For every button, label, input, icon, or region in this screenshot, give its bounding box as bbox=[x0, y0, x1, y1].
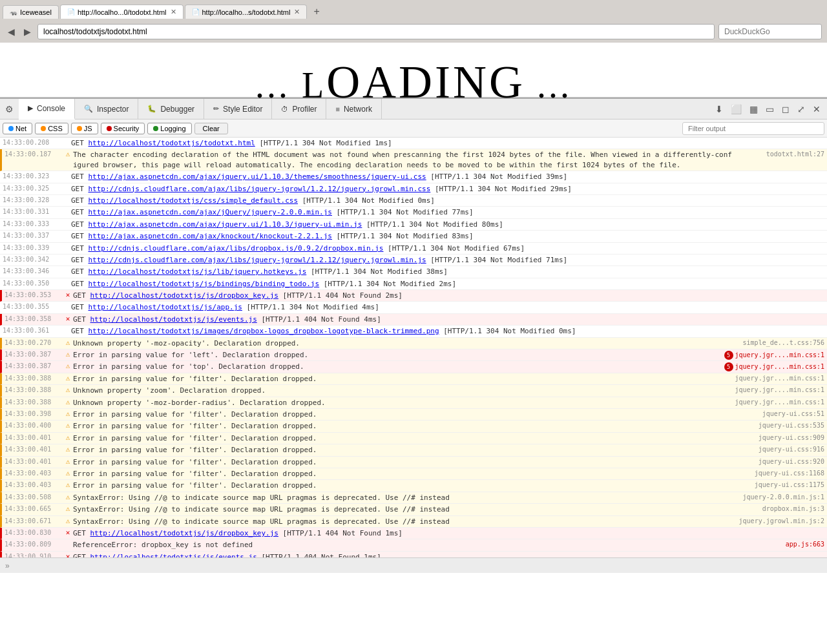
row-link[interactable]: http://localhost/todotxtjs/js/bindings/b… bbox=[89, 280, 320, 288]
row-link[interactable]: http://ajax.aspnetcdn.com/ajax/jquery.ui… bbox=[89, 172, 426, 181]
row-message: The character encoding declaration of th… bbox=[73, 150, 734, 170]
devtools-dock-btn[interactable]: ⬇ bbox=[713, 103, 726, 116]
row-timestamp: 14:33:00.337 bbox=[3, 231, 61, 239]
filter-logging-btn[interactable]: Logging bbox=[147, 123, 191, 134]
row-link[interactable]: http://ajax.aspnetcdn.com/ajax/jquery.ui… bbox=[89, 220, 362, 229]
row-message: Error in parsing value for 'top'. Declar… bbox=[73, 362, 724, 371]
row-timestamp: 14:33:00.398 bbox=[5, 410, 63, 417]
console-row: 14:33:00.401⚠Error in parsing value for … bbox=[0, 457, 827, 468]
devtools-expand-btn[interactable]: ⤢ bbox=[795, 103, 808, 116]
row-link[interactable]: http://localhost/todotxtjs/js/events.js bbox=[90, 315, 257, 324]
row-message: GET http://ajax.aspnetcdn.com/ajax/jquer… bbox=[71, 172, 734, 182]
console-row: 14:33:00.403⚠Error in parsing value for … bbox=[0, 468, 827, 480]
row-source: todotxt.html:27 bbox=[734, 150, 824, 158]
css-label: CSS bbox=[48, 125, 63, 132]
row-timestamp: 14:33:00.403 bbox=[5, 481, 63, 488]
console-row: 14:33:00.342GET http://cdnjs.cloudflare.… bbox=[0, 254, 827, 266]
row-link[interactable]: http://cdnjs.cloudflare.com/ajax/libs/dr… bbox=[89, 244, 384, 253]
new-tab-button[interactable]: + bbox=[308, 3, 324, 20]
console-row: 14:33:00.387⚠Error in parsing value for … bbox=[0, 361, 827, 373]
filter-security-btn[interactable]: Security bbox=[101, 123, 145, 134]
console-input-icon[interactable]: » bbox=[5, 561, 10, 570]
devtools-grid-btn[interactable]: ▦ bbox=[747, 103, 760, 116]
row-source: jquery-ui.css:909 bbox=[734, 433, 824, 441]
row-icon: ✕ bbox=[63, 552, 73, 557]
devtools-sidebar-btn[interactable]: ▭ bbox=[763, 103, 777, 116]
devtools-minimize-btn[interactable]: ◻ bbox=[779, 103, 792, 116]
tab-profiler-label: Profiler bbox=[292, 105, 317, 114]
row-source bbox=[734, 279, 824, 280]
row-message: SyntaxError: Using //@ to indicate sourc… bbox=[73, 504, 734, 514]
row-link[interactable]: http://localhost/todotxtjs/js/lib/jquery… bbox=[89, 267, 307, 276]
devtools-split-btn[interactable]: ⬜ bbox=[728, 103, 744, 116]
row-icon: ⚠ bbox=[63, 445, 73, 453]
url-input[interactable] bbox=[37, 24, 715, 39]
tab-close-btn[interactable]: ✕ bbox=[171, 8, 176, 16]
console-row: 14:33:00.333GET http://ajax.aspnetcdn.co… bbox=[0, 219, 827, 231]
row-source bbox=[734, 196, 824, 196]
row-message: Error in parsing value for 'filter'. Dec… bbox=[73, 421, 734, 431]
tab-console[interactable]: ▶ Console bbox=[19, 99, 75, 119]
forward-button[interactable]: ▶ bbox=[21, 25, 34, 38]
filter-js-btn[interactable]: JS bbox=[71, 123, 98, 134]
row-icon: ⚠ bbox=[63, 481, 73, 489]
row-link[interactable]: http://localhost/todotxtjs/js/app.js bbox=[89, 303, 242, 311]
filter-net-btn[interactable]: Net bbox=[3, 123, 32, 134]
console-row: 14:33:00.355GET http://localhost/todotxt… bbox=[0, 302, 827, 313]
console-row: 14:33:00.346GET http://localhost/todotxt… bbox=[0, 266, 827, 278]
tab-debugger[interactable]: 🐛 Debugger bbox=[138, 99, 204, 119]
row-link[interactable]: http://ajax.aspnetcdn.com/ajax/knockout/… bbox=[89, 232, 333, 240]
tab-profiler[interactable]: ⏱ Profiler bbox=[272, 99, 326, 119]
tab-close-btn-second[interactable]: ✕ bbox=[294, 8, 300, 16]
row-timestamp: 14:33:00.388 bbox=[5, 386, 63, 393]
row-link[interactable]: http://localhost/todotxtjs/js/events.js bbox=[90, 553, 257, 557]
row-message: SyntaxError: Using //@ to indicate sourc… bbox=[73, 493, 734, 503]
search-input[interactable] bbox=[718, 24, 822, 39]
console-row: 14:33:00.339GET http://cdnjs.cloudflare.… bbox=[0, 243, 827, 254]
row-timestamp: 14:33:00.387 bbox=[5, 362, 63, 369]
row-link[interactable]: http://localhost/todotxtjs/images/dropbo… bbox=[89, 327, 439, 335]
tab-style-editor-label: Style Editor bbox=[223, 105, 262, 114]
row-timestamp: 14:33:00.346 bbox=[3, 267, 61, 275]
tab-second[interactable]: 📄 http://localho...s/todotxt.html ✕ bbox=[185, 5, 308, 19]
console-output[interactable]: 14:33:00.208GET http://localhost/todotxt… bbox=[0, 138, 827, 557]
console-row: 14:33:00.830✕GET http://localhost/todotx… bbox=[0, 528, 827, 539]
devtools-close-btn[interactable]: ✕ bbox=[810, 103, 823, 116]
row-icon: ⚠ bbox=[63, 457, 73, 466]
clear-button[interactable]: Clear bbox=[194, 123, 228, 134]
tab-inspector[interactable]: 🔍 Inspector bbox=[75, 99, 138, 119]
console-row: 14:33:00.270⚠Unknown property '-moz-opac… bbox=[0, 338, 827, 349]
row-timestamp: 14:33:00.400 bbox=[5, 421, 63, 429]
row-source bbox=[734, 138, 824, 139]
row-icon: ✕ bbox=[63, 528, 73, 537]
filter-css-btn[interactable]: CSS bbox=[35, 123, 68, 134]
security-dot bbox=[107, 126, 112, 131]
row-link[interactable]: http://cdnjs.cloudflare.com/ajax/libs/jq… bbox=[89, 256, 426, 264]
row-link[interactable]: http://localhost/todotxtjs/js/dropbox_ke… bbox=[90, 529, 278, 537]
row-source bbox=[734, 184, 824, 185]
tab-active[interactable]: 📄 http://localho...0/todotxt.html ✕ bbox=[60, 5, 183, 19]
row-link[interactable]: http://ajax.aspnetcdn.com/ajax/jQuery/jq… bbox=[89, 208, 333, 216]
row-link[interactable]: http://localhost/todotxtjs/js/dropbox_ke… bbox=[90, 291, 278, 300]
row-icon: ⚠ bbox=[63, 350, 73, 358]
tab-style-editor[interactable]: ✏ Style Editor bbox=[204, 99, 272, 119]
row-message: Error in parsing value for 'filter'. Dec… bbox=[73, 410, 734, 419]
back-button[interactable]: ◀ bbox=[5, 25, 17, 38]
row-message: GET http://localhost/todotxtjs/js/bindin… bbox=[71, 279, 734, 289]
row-source: jquery-2.0.0.min.js:1 bbox=[734, 493, 824, 501]
row-link[interactable]: http://localhost/todotxtjs/css/simple_de… bbox=[89, 196, 298, 205]
row-source: jquery.jgr....min.css:1 bbox=[734, 398, 824, 406]
tab-inspector-label: Inspector bbox=[97, 105, 129, 114]
row-message: Unknown property 'zoom'. Declaration dro… bbox=[73, 386, 734, 395]
row-link[interactable]: http://cdnjs.cloudflare.com/ajax/libs/jq… bbox=[89, 185, 431, 193]
style-editor-icon: ✏ bbox=[213, 105, 219, 113]
row-link[interactable]: http://localhost/todotxtjs/todotxt.html bbox=[89, 139, 255, 147]
row-source bbox=[734, 326, 824, 327]
tab-network[interactable]: ≡ Network bbox=[326, 99, 381, 119]
address-bar: ◀ ▶ bbox=[0, 21, 827, 43]
tab-iceweasel[interactable]: 🦡 Iceweasel bbox=[3, 5, 59, 19]
filter-output-input[interactable] bbox=[682, 122, 824, 135]
console-row: 14:33:00.361GET http://localhost/todotxt… bbox=[0, 326, 827, 337]
devtools-settings-icon[interactable]: ⚙ bbox=[0, 104, 19, 114]
row-icon: ⚠ bbox=[63, 410, 73, 418]
